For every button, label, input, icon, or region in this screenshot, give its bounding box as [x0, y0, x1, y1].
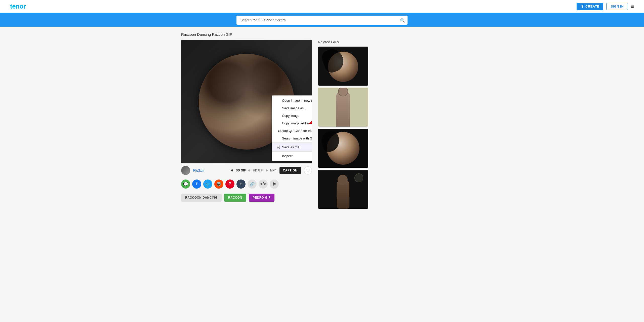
related-gif-4-image — [318, 170, 368, 209]
messages-icon: 💬 — [183, 182, 188, 187]
raccoon-head-4 — [338, 175, 348, 185]
embed-icon: </> — [260, 182, 266, 186]
moon — [354, 173, 363, 182]
copy-address-icon — [276, 121, 280, 125]
share-link-button[interactable]: 🔗 — [248, 180, 257, 189]
facebook-icon: f — [196, 182, 197, 186]
avatar — [181, 166, 190, 175]
mp4-dot — [266, 169, 268, 171]
link-icon: 🔗 — [250, 182, 255, 187]
pinterest-icon: P — [229, 182, 231, 186]
search-icon: 🔍 — [400, 18, 405, 22]
context-menu: Open image in new tab Save image as... C… — [272, 95, 312, 161]
related-gif-1[interactable] — [318, 47, 368, 86]
tag-raccon[interactable]: RACCON — [224, 194, 246, 202]
twitter-icon: 🐦 — [205, 182, 210, 187]
context-menu-item-save[interactable]: Save image as... — [272, 104, 312, 112]
create-button[interactable]: ⬆ CREATE — [577, 3, 603, 10]
avatar-image — [181, 166, 190, 175]
hd-label[interactable]: HD GIF — [253, 169, 263, 172]
tumblr-icon: t — [240, 182, 242, 186]
share-messages-button[interactable]: 💬 — [181, 180, 190, 189]
hamburger-icon[interactable]: ≡ — [631, 4, 634, 9]
share-twitter-button[interactable]: 🐦 — [203, 180, 212, 189]
search-input[interactable] — [236, 16, 408, 25]
context-menu-item-qr[interactable]: Create QR Code for this image — [272, 127, 312, 134]
context-menu-separator-2 — [272, 151, 312, 152]
context-menu-item-copy[interactable]: Copy image — [272, 112, 312, 119]
share-tumblr-button[interactable]: t — [236, 180, 246, 189]
hd-dot — [248, 169, 250, 171]
gif-icon: 🖼 — [276, 145, 280, 149]
upload-icon: ⬆ — [581, 5, 584, 9]
mp4-label[interactable]: MP4 — [270, 169, 276, 172]
content-layout: Open image in new tab Save image as... C… — [181, 40, 463, 211]
header: tenor ⬆ CREATE SIGN IN ≡ — [0, 0, 644, 13]
sd-dot — [231, 169, 233, 171]
context-menu-item-search[interactable]: Search image with Google — [272, 134, 312, 142]
open-icon — [276, 98, 280, 102]
share-facebook-button[interactable]: f — [192, 180, 201, 189]
context-menu-item-open[interactable]: Open image in new tab — [272, 97, 312, 104]
related-gif-3-image — [318, 129, 368, 168]
tag-pedro-gif[interactable]: PEDRO GIF — [249, 194, 275, 202]
context-menu-item-copy-address[interactable]: Copy image address — [272, 119, 312, 127]
gif-section: Open image in new tab Save image as... C… — [181, 40, 312, 211]
related-gif-3[interactable] — [318, 129, 368, 168]
search-icon-button[interactable]: 🔍 — [400, 18, 405, 23]
page-title: Raccoon Dancing Raccon GIF — [181, 32, 463, 37]
gif-display: Open image in new tab Save image as... C… — [181, 40, 312, 163]
header-right: ⬆ CREATE SIGN IN ≡ — [577, 3, 634, 10]
related-section: Related GIFs — [318, 40, 368, 211]
search-container: 🔍 — [236, 16, 408, 25]
username-link[interactable]: Flu3xiii — [193, 168, 228, 172]
tag-buttons: RACCOON DANCING RACCON PEDRO GIF — [181, 191, 312, 205]
related-gif-2-image — [318, 88, 368, 127]
save-icon — [276, 106, 280, 110]
search-bar: 🔍 — [0, 13, 644, 27]
related-gif-4[interactable] — [318, 170, 368, 209]
context-menu-separator — [272, 142, 312, 143]
logo: tenor — [10, 3, 26, 10]
share-pinterest-button[interactable]: P — [225, 180, 234, 189]
caption-button[interactable]: CAPTION — [279, 167, 301, 174]
inspect-icon — [276, 154, 280, 158]
sd-label[interactable]: SD GIF — [236, 169, 246, 172]
related-gif-1-image — [318, 47, 368, 86]
favorite-button[interactable]: ♡ — [304, 166, 312, 174]
heart-icon: ♡ — [306, 168, 310, 173]
main-content: Raccoon Dancing Raccon GIF Open image in… — [171, 27, 473, 216]
share-embed-button[interactable]: </> — [259, 180, 268, 189]
google-icon — [276, 136, 280, 140]
context-menu-item-save-gif[interactable]: 🖼 Save as GIF — [272, 143, 312, 151]
gif-info-bar: Flu3xiii SD GIF HD GIF MP4 CAPTION ♡ — [181, 163, 312, 177]
raccoon-body — [336, 91, 350, 127]
tag-raccoon-dancing[interactable]: RACCOON DANCING — [181, 194, 222, 202]
format-options: SD GIF HD GIF MP4 — [231, 169, 276, 172]
context-menu-item-inspect[interactable]: Inspect — [272, 152, 312, 160]
flag-button[interactable]: ⚑ — [270, 180, 279, 189]
copy-icon — [276, 114, 280, 118]
flag-icon: ⚑ — [272, 182, 276, 187]
related-title: Related GIFs — [318, 40, 368, 44]
related-gif-2[interactable] — [318, 88, 368, 127]
signin-button[interactable]: SIGN IN — [606, 3, 628, 10]
share-reddit-button[interactable]: 👽 — [214, 180, 223, 189]
raccoon-body-4 — [337, 181, 349, 209]
reddit-icon: 👽 — [216, 182, 221, 187]
gif-container: Open image in new tab Save image as... C… — [181, 40, 312, 163]
share-buttons: 💬 f 🐦 👽 P t 🔗 — [181, 177, 312, 191]
